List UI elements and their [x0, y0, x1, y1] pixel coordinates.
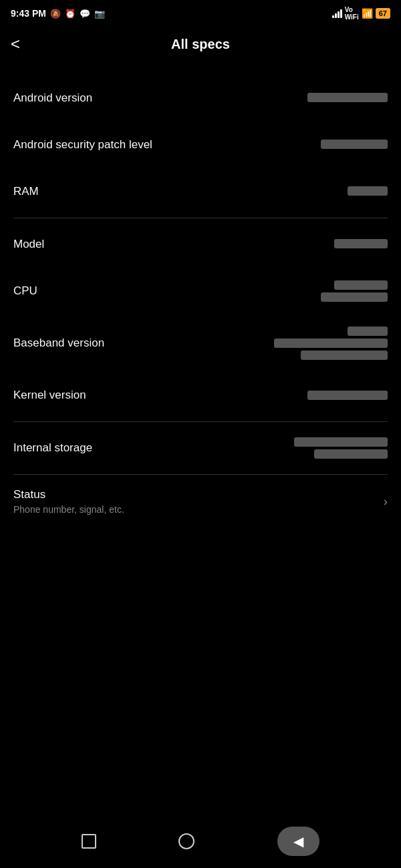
- home-icon: [178, 833, 194, 849]
- storage-redacted: [294, 437, 388, 459]
- spec-value-security-patch: [321, 140, 388, 151]
- chevron-right-icon: ›: [384, 495, 388, 509]
- camera-icon: 📷: [94, 9, 105, 19]
- divider-2: [13, 421, 388, 422]
- mute-icon: 🔕: [50, 9, 61, 19]
- home-button[interactable]: [178, 833, 194, 849]
- bottom-nav: ◀: [0, 815, 401, 868]
- back-button[interactable]: <: [11, 32, 25, 56]
- status-label: Status: [13, 488, 124, 501]
- page-header: < All specs: [0, 24, 401, 64]
- spec-value-cpu: [321, 280, 388, 302]
- specs-container: Android version Android security patch l…: [0, 64, 401, 536]
- signal-bar-4: [340, 9, 342, 18]
- signal-bar-1: [332, 15, 334, 18]
- spec-label-security-patch: Android security patch level: [13, 138, 152, 152]
- back-nav-button[interactable]: ◀: [277, 827, 319, 856]
- spec-label-baseband: Baseband version: [13, 337, 104, 350]
- time-display: 9:43 PM: [11, 8, 46, 19]
- vo-wifi-label: VoWiFi: [345, 6, 359, 21]
- spec-baseband: Baseband version: [0, 314, 401, 372]
- android-version-redacted: [307, 93, 388, 102]
- model-redacted: [334, 239, 388, 248]
- recent-apps-icon: [82, 834, 96, 849]
- signal-bar-2: [335, 13, 337, 18]
- recent-apps-button[interactable]: [82, 834, 96, 849]
- spec-value-baseband: [274, 327, 388, 360]
- spec-label-android-version: Android version: [13, 91, 92, 105]
- divider-3: [13, 474, 388, 475]
- spec-android-version: Android version: [0, 75, 401, 122]
- spec-kernel: Kernel version: [0, 372, 401, 419]
- kernel-redacted: [307, 391, 388, 400]
- battery-indicator: 67: [376, 8, 390, 19]
- spec-value-model: [334, 239, 388, 250]
- spec-security-patch: Android security patch level: [0, 122, 401, 168]
- spec-label-model: Model: [13, 238, 44, 251]
- signal-bar-3: [338, 11, 340, 18]
- spec-ram: RAM: [0, 168, 401, 215]
- alarm-icon: ⏰: [65, 9, 76, 19]
- page-title: All specs: [171, 37, 230, 52]
- status-bar: 9:43 PM 🔕 ⏰ 💬 📷 VoWiFi 📶 67: [0, 0, 401, 24]
- divider-1: [13, 218, 388, 218]
- back-nav-arrow-icon: ◀: [293, 833, 303, 849]
- spec-label-kernel: Kernel version: [13, 389, 86, 402]
- spec-label-cpu: CPU: [13, 284, 37, 298]
- spec-value-android-version: [307, 93, 388, 104]
- spec-value-ram: [348, 186, 388, 198]
- status-right: VoWiFi 📶 67: [332, 6, 390, 21]
- spec-value-kernel: [307, 391, 388, 400]
- cpu-redacted: [321, 280, 388, 302]
- spec-storage: Internal storage: [0, 425, 401, 471]
- status-left: 9:43 PM 🔕 ⏰ 💬 📷: [11, 8, 105, 19]
- baseband-redacted: [274, 327, 388, 360]
- status-content: Status Phone number, signal, etc.: [13, 488, 124, 515]
- wifi-icon: 📶: [362, 8, 373, 19]
- spec-label-ram: RAM: [13, 185, 39, 198]
- chat-icon: 💬: [80, 9, 90, 19]
- spec-model: Model: [0, 221, 401, 268]
- status-nav-item[interactable]: Status Phone number, signal, etc. ›: [0, 477, 401, 525]
- status-sublabel: Phone number, signal, etc.: [13, 504, 124, 515]
- security-patch-redacted: [321, 140, 388, 149]
- signal-bars: [332, 9, 342, 18]
- ram-redacted: [348, 186, 388, 196]
- spec-label-storage: Internal storage: [13, 441, 92, 455]
- spec-value-storage: [294, 437, 388, 459]
- spec-cpu: CPU: [0, 268, 401, 314]
